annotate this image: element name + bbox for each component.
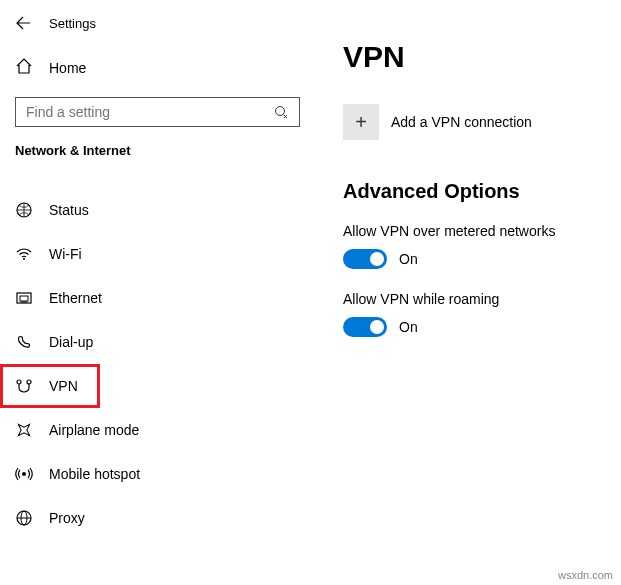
sidebar-item-status[interactable]: Status: [0, 188, 315, 232]
section-header: Network & Internet: [0, 143, 315, 168]
sidebar-item-vpn[interactable]: VPN: [0, 364, 100, 408]
svg-point-10: [17, 380, 21, 384]
sidebar-item-proxy[interactable]: Proxy: [0, 496, 315, 540]
svg-point-11: [27, 380, 31, 384]
toggle-roaming[interactable]: [343, 317, 387, 337]
toggle-roaming-state: On: [399, 319, 418, 335]
dialup-icon: [15, 333, 33, 351]
sidebar: Settings Home Network & Internet Stat: [0, 0, 315, 585]
toggle-metered[interactable]: [343, 249, 387, 269]
status-icon: [15, 201, 33, 219]
search-box[interactable]: [15, 97, 300, 127]
option-roaming: Allow VPN while roaming On: [343, 291, 621, 337]
option-metered: Allow VPN over metered networks On: [343, 223, 621, 269]
page-title: VPN: [343, 40, 621, 74]
plus-icon: +: [355, 111, 367, 134]
sidebar-item-label: Mobile hotspot: [49, 466, 140, 482]
titlebar: Settings: [0, 15, 315, 31]
back-arrow-icon: [15, 15, 31, 31]
main-content: VPN + Add a VPN connection Advanced Opti…: [315, 0, 621, 585]
sidebar-item-ethernet[interactable]: Ethernet: [0, 276, 315, 320]
ethernet-icon: [15, 289, 33, 307]
watermark: wsxdn.com: [558, 569, 613, 581]
sidebar-item-label: Airplane mode: [49, 422, 139, 438]
vpn-icon: [15, 377, 33, 395]
svg-point-4: [23, 258, 25, 260]
option-metered-label: Allow VPN over metered networks: [343, 223, 621, 239]
sidebar-item-hotspot[interactable]: Mobile hotspot: [0, 452, 315, 496]
svg-point-0: [276, 107, 285, 116]
add-vpn-connection[interactable]: + Add a VPN connection: [343, 104, 621, 140]
add-button[interactable]: +: [343, 104, 379, 140]
svg-rect-6: [20, 296, 28, 301]
wifi-icon: [15, 245, 33, 263]
home-nav-item[interactable]: Home: [0, 49, 315, 87]
search-input[interactable]: [26, 104, 273, 120]
sidebar-item-wifi[interactable]: Wi-Fi: [0, 232, 315, 276]
sidebar-item-label: VPN: [49, 378, 78, 394]
search-icon: [273, 104, 289, 120]
airplane-icon: [15, 421, 33, 439]
sidebar-item-airplane[interactable]: Airplane mode: [0, 408, 315, 452]
sidebar-item-label: Ethernet: [49, 290, 102, 306]
option-roaming-label: Allow VPN while roaming: [343, 291, 621, 307]
home-label: Home: [49, 60, 86, 76]
toggle-metered-state: On: [399, 251, 418, 267]
advanced-options-heading: Advanced Options: [343, 180, 621, 203]
proxy-icon: [15, 509, 33, 527]
sidebar-item-label: Proxy: [49, 510, 85, 526]
home-icon: [15, 57, 33, 79]
hotspot-icon: [15, 465, 33, 483]
sidebar-item-dialup[interactable]: Dial-up: [0, 320, 315, 364]
window-title: Settings: [49, 16, 96, 31]
svg-point-12: [22, 472, 26, 476]
sidebar-item-label: Status: [49, 202, 89, 218]
back-button[interactable]: [15, 15, 31, 31]
sidebar-item-label: Wi-Fi: [49, 246, 82, 262]
add-vpn-label: Add a VPN connection: [391, 114, 532, 130]
sidebar-item-label: Dial-up: [49, 334, 93, 350]
